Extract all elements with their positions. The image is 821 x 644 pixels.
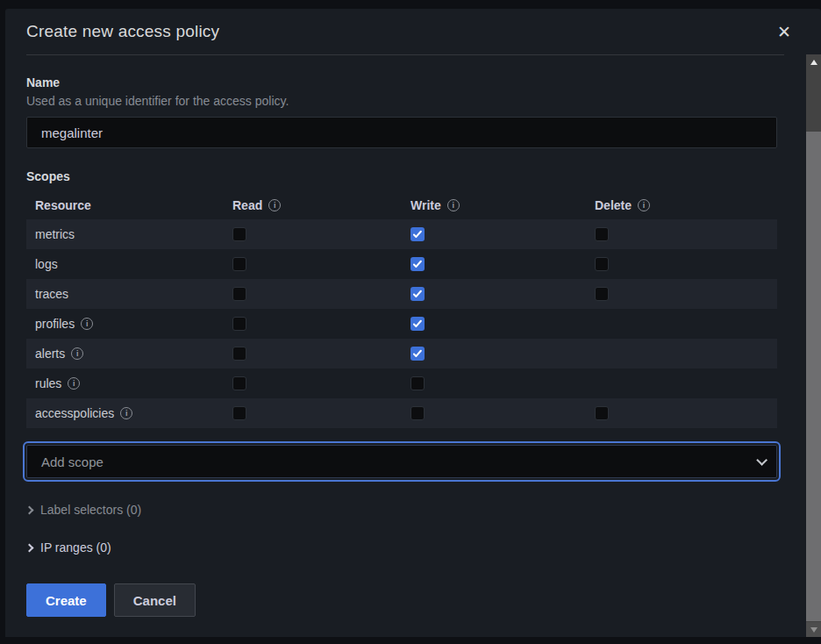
checkbox-read-logs[interactable] — [232, 257, 246, 271]
scopes-table-header-row: ResourceReadiWriteiDeletei — [26, 191, 777, 219]
checkbox-read-rules[interactable] — [232, 376, 246, 390]
chevron-right-icon — [25, 505, 34, 514]
column-header-resource: Resource — [26, 198, 224, 212]
resource-label: logs — [35, 257, 58, 271]
checkbox-write-logs[interactable] — [410, 257, 425, 271]
collapse-section-label-selectors[interactable]: Label selectors (0) — [26, 503, 141, 517]
checkbox-write-metrics[interactable] — [410, 227, 425, 241]
resource-label: traces — [35, 287, 68, 301]
checkmark-icon — [412, 259, 423, 269]
resource-label: metrics — [35, 227, 75, 241]
resource-label: accesspolicies — [35, 406, 114, 420]
column-header-label: Resource — [35, 198, 91, 212]
read-cell — [224, 257, 402, 271]
checkbox-write-accesspolicies[interactable] — [410, 406, 425, 420]
read-cell — [224, 376, 402, 390]
write-cell — [402, 317, 586, 331]
action-buttons: Create Cancel — [26, 583, 777, 617]
read-cell — [224, 227, 402, 241]
resource-cell: logs — [26, 257, 224, 271]
write-cell — [402, 227, 586, 241]
arrow-down-icon — [810, 627, 817, 633]
checkbox-write-profiles[interactable] — [410, 317, 425, 331]
scopes-label: Scopes — [26, 169, 777, 183]
write-cell — [402, 347, 586, 361]
checkmark-icon — [412, 289, 423, 299]
modal-title: Create new access policy — [26, 22, 219, 41]
read-cell — [224, 406, 402, 420]
scrollbar[interactable] — [806, 54, 821, 637]
checkbox-read-accesspolicies[interactable] — [232, 406, 246, 420]
collapse-section-label: IP ranges (0) — [40, 540, 111, 555]
scrollbar-up-button[interactable] — [806, 54, 821, 69]
modal-header: Create new access policy ✕ — [5, 9, 821, 54]
resource-label: alerts — [35, 347, 65, 361]
column-header-read: Readi — [224, 198, 402, 212]
info-icon[interactable]: i — [638, 199, 650, 211]
modal-body: Name Used as a unique identifier for the… — [5, 55, 821, 617]
name-help-text: Used as a unique identifier for the acce… — [26, 94, 777, 108]
info-icon[interactable]: i — [68, 377, 80, 390]
checkmark-icon — [412, 348, 423, 359]
table-row: traces — [26, 279, 777, 309]
checkbox-delete-accesspolicies[interactable] — [595, 406, 609, 420]
table-row: logs — [26, 249, 777, 279]
create-button[interactable]: Create — [26, 583, 106, 617]
checkbox-read-metrics[interactable] — [232, 227, 246, 241]
collapse-sections: Label selectors (0)IP ranges (0) — [26, 503, 777, 555]
column-header-delete: Deletei — [586, 198, 777, 212]
info-icon[interactable]: i — [120, 407, 132, 419]
add-scope-select[interactable]: Add scope — [26, 445, 777, 478]
read-cell — [224, 287, 402, 301]
info-icon[interactable]: i — [81, 318, 93, 330]
collapse-section-label: Label selectors (0) — [40, 503, 141, 517]
checkbox-delete-metrics[interactable] — [595, 227, 609, 241]
checkbox-write-alerts[interactable] — [410, 347, 425, 361]
info-icon[interactable]: i — [447, 199, 460, 211]
column-header-label: Write — [410, 198, 441, 212]
resource-label: rules — [35, 376, 61, 390]
table-row: alertsi — [26, 339, 777, 369]
checkbox-write-traces[interactable] — [410, 287, 425, 301]
cancel-button[interactable]: Cancel — [114, 583, 196, 617]
checkbox-delete-logs[interactable] — [595, 257, 609, 271]
arrow-up-icon — [810, 60, 817, 65]
checkbox-read-profiles[interactable] — [232, 317, 246, 331]
create-access-policy-modal: Create new access policy ✕ Name Used as … — [5, 9, 821, 637]
checkbox-delete-traces[interactable] — [595, 287, 609, 301]
resource-label: profiles — [35, 317, 75, 331]
collapse-section-ip-ranges[interactable]: IP ranges (0) — [26, 540, 111, 555]
checkbox-read-alerts[interactable] — [232, 347, 246, 361]
name-input[interactable] — [26, 117, 777, 148]
info-icon[interactable]: i — [71, 347, 83, 360]
read-cell — [224, 347, 402, 361]
add-scope-placeholder: Add scope — [41, 454, 104, 469]
column-header-label: Delete — [595, 198, 632, 212]
delete-cell — [586, 287, 777, 301]
checkbox-read-traces[interactable] — [232, 287, 246, 301]
table-row: profilesi — [26, 309, 777, 339]
table-row: rulesi — [26, 369, 777, 398]
scrollbar-down-button[interactable] — [806, 622, 821, 637]
delete-cell — [586, 227, 777, 241]
chevron-down-icon — [756, 454, 767, 466]
scrollbar-thumb[interactable] — [806, 132, 821, 621]
write-cell — [402, 287, 586, 301]
column-header-label: Read — [232, 198, 262, 212]
checkmark-icon — [412, 229, 423, 240]
close-icon[interactable]: ✕ — [775, 22, 793, 42]
resource-cell: metrics — [26, 227, 224, 241]
column-header-write: Writei — [402, 198, 586, 212]
resource-cell: profilesi — [26, 317, 224, 331]
read-cell — [224, 317, 402, 331]
delete-cell — [586, 406, 777, 420]
chevron-right-icon — [25, 543, 34, 552]
name-label: Name — [26, 75, 777, 90]
resource-cell: alertsi — [26, 347, 224, 361]
info-icon[interactable]: i — [268, 199, 281, 211]
delete-cell — [586, 257, 777, 271]
checkmark-icon — [412, 318, 423, 329]
table-row: accesspoliciesi — [26, 398, 777, 428]
write-cell — [402, 257, 586, 271]
checkbox-write-rules[interactable] — [410, 376, 425, 390]
